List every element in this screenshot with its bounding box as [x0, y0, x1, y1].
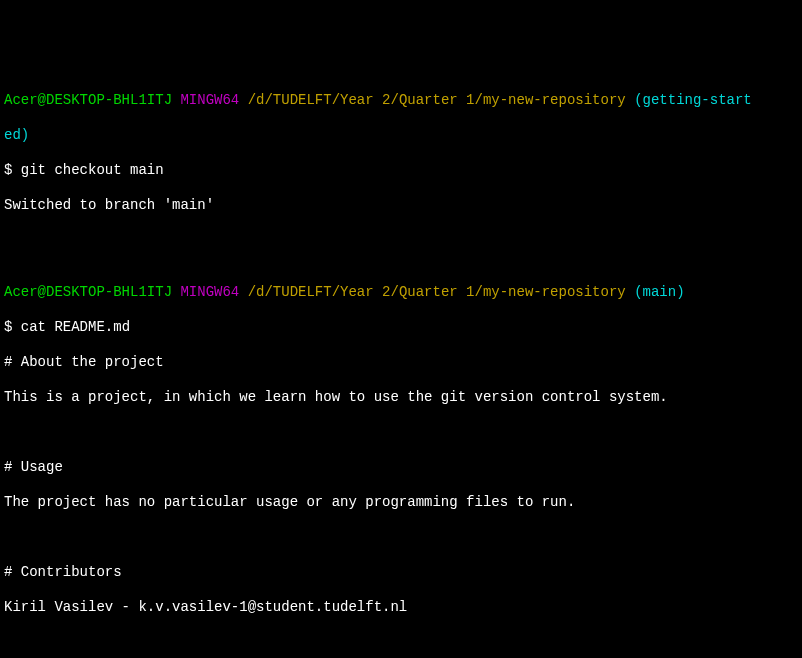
cmd-cat: cat README.md [21, 319, 130, 335]
prompt-shell: MINGW64 [180, 284, 239, 300]
prompt-user: Acer@DESKTOP-BHL1ITJ [4, 284, 172, 300]
output-line: The project has no particular usage or a… [4, 494, 790, 512]
output-line: Kiril Vasilev - k.v.vasilev-1@student.tu… [4, 599, 790, 617]
blank-line [4, 424, 790, 442]
prompt-path: /d/TUDELFT/Year 2/Quarter 1/my-new-repos… [248, 92, 626, 108]
prompt-shell: MINGW64 [180, 92, 239, 108]
prompt-path: /d/TUDELFT/Year 2/Quarter 1/my-new-repos… [248, 284, 626, 300]
cmd-checkout: git checkout main [21, 162, 164, 178]
blank-line [4, 634, 790, 652]
command-line[interactable]: $ git checkout main [4, 162, 790, 180]
output-line: Switched to branch 'main' [4, 197, 790, 215]
prompt-dollar: $ [4, 162, 21, 178]
prompt-branch: (main) [634, 284, 684, 300]
blank-line [4, 232, 790, 250]
prompt-branch: (getting-start [634, 92, 752, 108]
prompt-branch: ed) [4, 127, 29, 143]
prompt-line: Acer@DESKTOP-BHL1ITJ MINGW64 /d/TUDELFT/… [4, 92, 790, 110]
prompt-line-wrap: ed) [4, 127, 790, 145]
output-line: # About the project [4, 354, 790, 372]
command-line[interactable]: $ cat README.md [4, 319, 790, 337]
prompt-dollar: $ [4, 319, 21, 335]
prompt-line: Acer@DESKTOP-BHL1ITJ MINGW64 /d/TUDELFT/… [4, 284, 790, 302]
prompt-user: Acer@DESKTOP-BHL1ITJ [4, 92, 172, 108]
output-line: # Usage [4, 459, 790, 477]
blank-line [4, 529, 790, 547]
output-line: # Contributors [4, 564, 790, 582]
output-line: This is a project, in which we learn how… [4, 389, 790, 407]
